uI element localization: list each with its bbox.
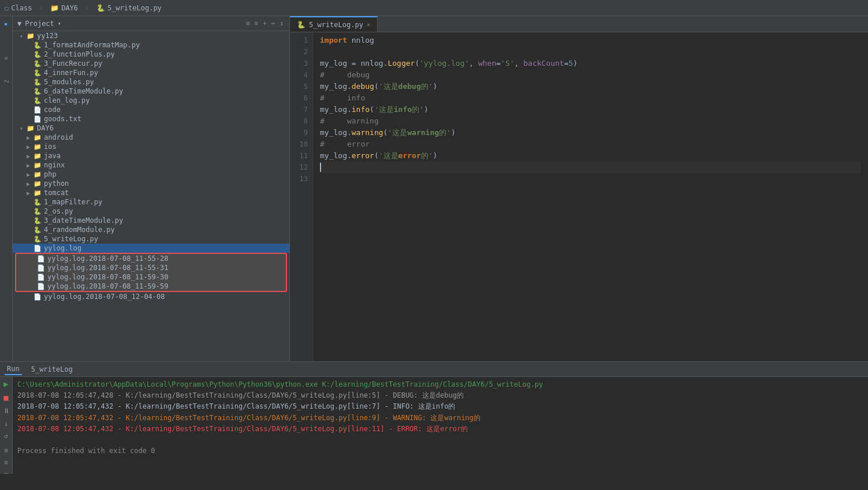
tree-file-3[interactable]: 🐍 3_FuncRecur.py — [13, 59, 289, 68]
tree-file-os[interactable]: 🐍 2_os.py — [13, 207, 289, 216]
run-step-btn[interactable]: ↓ — [4, 420, 8, 428]
editor-area: 🐍 5_writeLog.py ✕ 1 2 3 4 5 6 7 8 9 10 1… — [290, 16, 868, 361]
folder-label-ios: ios — [44, 143, 57, 151]
tree-file-1[interactable]: 🐍 1_formatAndFormatMap.py — [13, 40, 289, 50]
tree-file-log3[interactable]: 📄 yylog.log.2018-07-08_11-59-30 — [16, 272, 286, 282]
tab-writelog-run[interactable]: 5_writeLog — [29, 364, 75, 375]
tree-file-6[interactable]: 🐍 6_dateTimeModule.py — [13, 87, 289, 96]
tree-folder-java[interactable]: ▶ 📁 java — [13, 151, 289, 160]
breadcrumb-class-label: Class — [11, 4, 32, 12]
line-num-12: 12 — [290, 162, 308, 173]
project-dropdown-icon: ▼ — [17, 20, 21, 28]
run-stop-btn[interactable]: ■ — [3, 393, 8, 402]
breadcrumb-file[interactable]: 🐍 5_writeLog.py — [96, 4, 162, 12]
project-header-right: ⚙ ≡ + ↔ ↕ — [245, 20, 285, 27]
folder-arrow-yy123: ▾ — [20, 33, 27, 39]
file-label-6: 6_dateTimeModule.py — [44, 87, 123, 95]
tree-file-mapfilter[interactable]: 🐍 1_mapFilter.py — [13, 197, 289, 207]
file-icon-yylog: 📄 — [33, 245, 42, 252]
file-label-log1: yylog.log.2018-07-08_11-55-28 — [47, 255, 169, 263]
line-num-6: 6 — [290, 92, 308, 104]
console-line-error: 2018-07-08 12:05:47,432 - K:/learning/Be… — [17, 424, 863, 435]
tree-file-datetime[interactable]: 🐍 3_dateTimeModule.py — [13, 216, 289, 225]
folder-label-python: python — [44, 179, 69, 188]
tree-folder-php[interactable]: ▶ 📁 php — [13, 170, 289, 179]
code-line-8: # warning — [320, 115, 861, 127]
code-line-6: # info — [320, 92, 861, 104]
run-extra-btn[interactable]: ⊞ — [4, 471, 8, 474]
tree-folder-yy123[interactable]: ▾ 📁 yy123 — [13, 31, 289, 40]
tree-file-random[interactable]: 🐍 4_randomModule.py — [13, 225, 289, 234]
side-icon-structure[interactable]: ≡ — [1, 53, 12, 63]
fn-error: error — [352, 150, 374, 162]
file-icon-6: 🐍 — [33, 88, 42, 95]
code-lines[interactable]: import nnlog my_log = nnlog. Logger ( 'y… — [313, 32, 868, 361]
warning-paren1: ( — [383, 127, 388, 139]
project-btn-menu[interactable]: ≡ — [254, 20, 260, 27]
file-icon-3: 🐍 — [33, 60, 42, 68]
line-num-10: 10 — [290, 139, 308, 150]
editor-tab-writelog[interactable]: 🐍 5_writeLog.py ✕ — [290, 16, 378, 32]
fn-warning: warning — [352, 127, 383, 139]
tree-file-5[interactable]: 🐍 5_modules.py — [13, 77, 289, 87]
class-icon: ◻ — [5, 4, 9, 12]
tree-file-log2[interactable]: 📄 yylog.log.2018-07-08_11-55-31 — [16, 263, 286, 272]
run-rerun-btn[interactable]: ↺ — [4, 432, 8, 440]
file-label-log3: yylog.log.2018-07-08_11-59-30 — [47, 273, 169, 281]
line-num-3: 3 — [290, 58, 308, 69]
tree-folder-day6[interactable]: ▾ 📁 DAY6 — [13, 124, 289, 133]
folder-label-yy123: yy123 — [37, 32, 58, 40]
mylog-warning: my_log. — [320, 127, 352, 139]
run-settings-btn[interactable]: ⚙ — [4, 447, 8, 454]
project-btn-vertical[interactable]: ↕ — [278, 20, 285, 27]
tab-close-writelog[interactable]: ✕ — [367, 21, 370, 28]
tree-folder-android[interactable]: ▶ 📁 android — [13, 133, 289, 142]
file-label-2: 2_functionPlus.py — [44, 50, 115, 58]
file-label-datetime: 3_dateTimeModule.py — [44, 216, 123, 225]
tree-file-log5[interactable]: 📄 yylog.log.2018-07-08_12-04-08 — [13, 292, 289, 301]
tree-folder-python[interactable]: ▶ 📁 python — [13, 179, 289, 188]
tree-file-writelog[interactable]: 🐍 5_writeLog.py — [13, 234, 289, 244]
side-icon-project[interactable]: ◼ — [1, 18, 12, 29]
file-icon-log3: 📄 — [37, 274, 45, 281]
breadcrumb-class[interactable]: ◻ Class — [5, 4, 32, 12]
run-pause-btn[interactable]: ⏸ — [3, 407, 10, 415]
run-scroll-btn[interactable]: ≡ — [4, 459, 8, 466]
bottom-tabs: Run 5_writeLog — [0, 362, 868, 377]
file-icon-2: 🐍 — [33, 51, 42, 58]
file-icon-goods: 📄 — [33, 115, 42, 123]
tree-folder-nginx[interactable]: ▶ 📁 nginx — [13, 160, 289, 170]
tree-folder-tomcat[interactable]: ▶ 📁 tomcat — [13, 188, 289, 197]
tree-file-code[interactable]: 📄 code — [13, 105, 289, 114]
code-line-13 — [320, 173, 861, 185]
project-btn-horizontal[interactable]: ↔ — [270, 20, 277, 27]
tree-file-log1[interactable]: 📄 yylog.log.2018-07-08_11-55-28 — [16, 254, 286, 263]
project-title-arrow[interactable]: ▾ — [58, 20, 61, 27]
file-icon-writelog: 🐍 — [33, 235, 42, 243]
file-label-goods: goods.txt — [44, 115, 81, 123]
line-num-5: 5 — [290, 81, 308, 92]
comma1: , — [469, 58, 474, 69]
tree-file-clen[interactable]: 🐍 clen_log.py — [13, 96, 289, 105]
console-line-info: 2018-07-08 12:05:47,432 - K:/learning/Be… — [17, 401, 863, 412]
project-btn-settings[interactable]: ⚙ — [245, 20, 251, 27]
tree-file-goods[interactable]: 📄 goods.txt — [13, 114, 289, 124]
code-line-2 — [320, 46, 861, 58]
file-label-mapfilter: 1_mapFilter.py — [44, 198, 102, 206]
comment-info: # info — [320, 92, 365, 104]
code-content: 1 2 3 4 5 6 7 8 9 10 11 12 13 import nnl — [290, 32, 868, 361]
fn-debug: debug — [352, 81, 374, 92]
tree-file-yylog[interactable]: 📄 yylog.log — [13, 244, 289, 253]
num-5: 5 — [569, 58, 573, 69]
folder-label-tomcat: tomcat — [44, 189, 69, 197]
tab-run[interactable]: Run — [5, 364, 22, 375]
breadcrumb-day6[interactable]: 📁 DAY6 — [50, 4, 78, 12]
tree-file-2[interactable]: 🐍 2_functionPlus.py — [13, 50, 289, 59]
code-line-1: import nnlog — [320, 35, 861, 46]
side-icon-z[interactable]: Z — [1, 76, 12, 87]
tree-file-log4[interactable]: 📄 yylog.log.2018-07-08_11-59-59 — [16, 282, 286, 291]
run-play-btn[interactable]: ▶ — [3, 379, 8, 388]
tree-file-4[interactable]: 🐍 4_innerFun.py — [13, 68, 289, 77]
tree-folder-ios[interactable]: ▶ 📁 ios — [13, 142, 289, 151]
project-btn-add[interactable]: + — [262, 20, 268, 27]
